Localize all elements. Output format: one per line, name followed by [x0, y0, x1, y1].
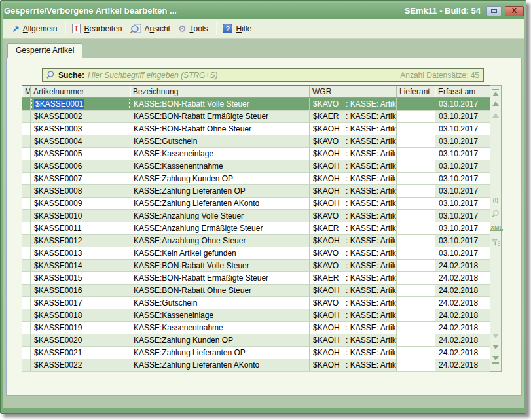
- menu-label: Ansicht: [145, 24, 170, 33]
- column-header-m[interactable]: M: [22, 86, 31, 97]
- table-row[interactable]: $KASSE0006KASSE:Kassenentnahme$KAOH: KAS…: [22, 160, 490, 173]
- search-placeholder: Hier Suchbegriff eingeben (STRG+S): [88, 71, 217, 80]
- cell-lieferant: [397, 297, 435, 309]
- table-row[interactable]: $KASSE0020KASSE:Zahlung Kunden OP$KAOH: …: [22, 334, 490, 347]
- cell-lieferant: [397, 148, 435, 160]
- table-row[interactable]: $KASSE0019KASSE:Kassenentnahme$KAOH: KAS…: [22, 322, 490, 334]
- table-row[interactable]: $KASSE0009KASSE:Zahlung Lieferanten AKon…: [22, 198, 490, 210]
- table-row[interactable]: $KASSE0001KASSE:BON-Rabatt Volle Steuer$…: [22, 98, 490, 111]
- scroll-down-icon[interactable]: [490, 344, 501, 351]
- view-magnifier-icon: [130, 24, 141, 34]
- cell-m: [22, 135, 31, 147]
- cell-m: [22, 309, 31, 321]
- cell-erfasst-am: 03.10.2017: [435, 148, 479, 160]
- cell-bezeichnung: KASSE:Kasseneinlage: [130, 309, 310, 321]
- menu-item-hilfe[interactable]: ? Hilfe: [220, 22, 257, 35]
- cell-wgr: $KAVO: KASSE: Artikel V: [310, 210, 397, 222]
- cell-wgr: $KAER: KASSE: Artikel E: [310, 222, 397, 234]
- table-row[interactable]: $KASSE0002KASSE:BON-Rabatt Ermäßigte Ste…: [22, 111, 490, 123]
- table-row[interactable]: $KASSE0014KASSE:BON-Rabatt Volle Steuer$…: [22, 260, 490, 272]
- table-row[interactable]: $KASSE0003KASSE:BON-Rabatt Ohne Steuer$K…: [22, 123, 490, 135]
- column-header-artikelnummer[interactable]: Artikelnummer: [31, 86, 130, 97]
- cell-m: [22, 98, 31, 110]
- cell-erfasst-am: 24.02.2018: [435, 334, 479, 346]
- cell-artikelnummer: $KASSE0017: [31, 297, 130, 309]
- cell-artikelnummer: $KASSE0018: [31, 309, 130, 321]
- help-icon: ?: [223, 24, 232, 33]
- table-row[interactable]: $KASSE0013KASSE:Kein Artikel gefunden$KA…: [22, 247, 490, 260]
- cell-m: [22, 222, 31, 234]
- column-header-wgr[interactable]: WGR: [310, 86, 397, 97]
- cell-artikelnummer: $KASSE0004: [31, 135, 130, 147]
- cell-m: [22, 198, 31, 209]
- column-header-lieferant[interactable]: Lieferant: [397, 86, 435, 97]
- cell-lieferant: [397, 98, 435, 110]
- cell-lieferant: [397, 285, 435, 296]
- cell-artikelnummer: $KASSE0007: [31, 173, 130, 184]
- column-header-erfasst-am[interactable]: Erfasst am: [435, 86, 479, 97]
- menu-item-ansicht[interactable]: Ansicht: [128, 22, 175, 36]
- table-row[interactable]: $KASSE0015KASSE:BON-Rabatt Ermäßigte Ste…: [22, 272, 490, 285]
- menu-separator: [216, 22, 217, 35]
- close-button[interactable]: X: [505, 6, 524, 16]
- table-row[interactable]: $KASSE0017KASSE:Gutschein$KAVO: KASSE: A…: [22, 297, 490, 309]
- cell-lieferant: [397, 210, 435, 222]
- cell-lieferant: [397, 123, 435, 135]
- cell-bezeichnung: KASSE:Gutschein: [130, 135, 310, 147]
- xml-export-icon[interactable]: XML: [490, 224, 501, 231]
- cell-erfasst-am: 03.10.2017: [435, 185, 479, 197]
- cell-bezeichnung: KASSE:Zahlung Lieferanten OP: [130, 185, 310, 197]
- cell-m: [22, 148, 31, 160]
- scroll-page-up-icon[interactable]: [490, 113, 501, 119]
- cell-artikelnummer: $KASSE0001: [31, 98, 130, 110]
- table-row[interactable]: $KASSE0005KASSE:Kasseneinlage$KAOH: KASS…: [22, 148, 490, 160]
- scroll-up-icon[interactable]: [490, 101, 501, 107]
- menu-item-tools[interactable]: ⚙ Tools: [175, 22, 213, 35]
- table-row[interactable]: $KASSE0010KASSE:Anzahlung Volle Steuer$K…: [22, 210, 490, 222]
- articles-table: M Artikelnummer Bezeichnung WGR Lieferan…: [22, 85, 490, 372]
- table-row[interactable]: $KASSE0004KASSE:Gutschein$KAVO: KASSE: A…: [22, 135, 490, 148]
- grid-search-icon[interactable]: [490, 210, 501, 218]
- cell-m: [22, 111, 31, 122]
- cell-wgr: $KAOH: KASSE: Artikel O: [310, 359, 397, 371]
- cell-erfasst-am: 24.02.2018: [435, 322, 479, 334]
- cell-bezeichnung: KASSE:Kassenentnahme: [130, 322, 310, 334]
- menu-item-bearbeiten[interactable]: T Bearbeiten: [69, 22, 127, 35]
- info-icon[interactable]: (I): [490, 197, 501, 203]
- cell-artikelnummer: $KASSE0020: [31, 334, 130, 346]
- scroll-to-top-icon[interactable]: [490, 88, 501, 97]
- cell-artikelnummer: $KASSE0014: [31, 260, 130, 271]
- cell-wgr: $KAOH: KASSE: Artikel O: [310, 173, 397, 184]
- cell-wgr: $KAVO: KASSE: Artikel V: [310, 247, 397, 259]
- table-row[interactable]: $KASSE0016KASSE:BON-Rabatt Ohne Steuer$K…: [22, 285, 490, 297]
- table-row[interactable]: $KASSE0018KASSE:Kasseneinlage$KAOH: KASS…: [22, 309, 490, 322]
- cell-artikelnummer: $KASSE0021: [31, 347, 130, 359]
- restore-button[interactable]: [486, 6, 502, 16]
- column-header-bezeichnung[interactable]: Bezeichnung: [130, 86, 310, 97]
- tab-gesperrte-artikel[interactable]: Gesperrte Artikel: [7, 43, 82, 58]
- table-row[interactable]: $KASSE0012KASSE:Anzahlung Ohne Steuer$KA…: [22, 235, 490, 247]
- table-row[interactable]: $KASSE0011KASSE:Anzahlung Ermäßigte Steu…: [22, 222, 490, 235]
- scroll-to-bottom-icon[interactable]: [490, 355, 501, 364]
- cell-lieferant: [397, 222, 435, 234]
- table-row[interactable]: $KASSE0007KASSE:Zahlung Kunden OP$KAOH: …: [22, 173, 490, 185]
- menu-label: Bearbeiten: [84, 24, 122, 33]
- filter-icon[interactable]: [490, 239, 501, 247]
- scroll-page-down-icon[interactable]: [490, 333, 501, 340]
- cell-artikelnummer: $KASSE0005: [31, 148, 130, 160]
- cell-bezeichnung: KASSE:Kein Artikel gefunden: [130, 247, 310, 259]
- cell-lieferant: [397, 260, 435, 271]
- cell-erfasst-am: 03.10.2017: [435, 160, 479, 172]
- cell-m: [22, 334, 31, 346]
- table-row[interactable]: $KASSE0021KASSE:Zahlung Lieferanten OP$K…: [22, 347, 490, 359]
- table-row[interactable]: $KASSE0008KASSE:Zahlung Lieferanten OP$K…: [22, 185, 490, 198]
- cell-erfasst-am: 03.10.2017: [435, 123, 479, 135]
- search-input[interactable]: Suche: Hier Suchbegriff eingeben (STRG+S…: [42, 68, 484, 82]
- cell-erfasst-am: 24.02.2018: [435, 347, 479, 359]
- arrow-up-right-icon: ↗: [12, 25, 20, 33]
- cell-artikelnummer: $KASSE0006: [31, 160, 130, 172]
- menu-item-allgemein[interactable]: ↗ Allgemein: [9, 22, 62, 35]
- cell-wgr: $KAOH: KASSE: Artikel O: [310, 148, 397, 160]
- cell-wgr: $KAOH: KASSE: Artikel O: [310, 123, 397, 135]
- table-row[interactable]: $KASSE0022KASSE:Zahlung Lieferanten AKon…: [22, 359, 490, 372]
